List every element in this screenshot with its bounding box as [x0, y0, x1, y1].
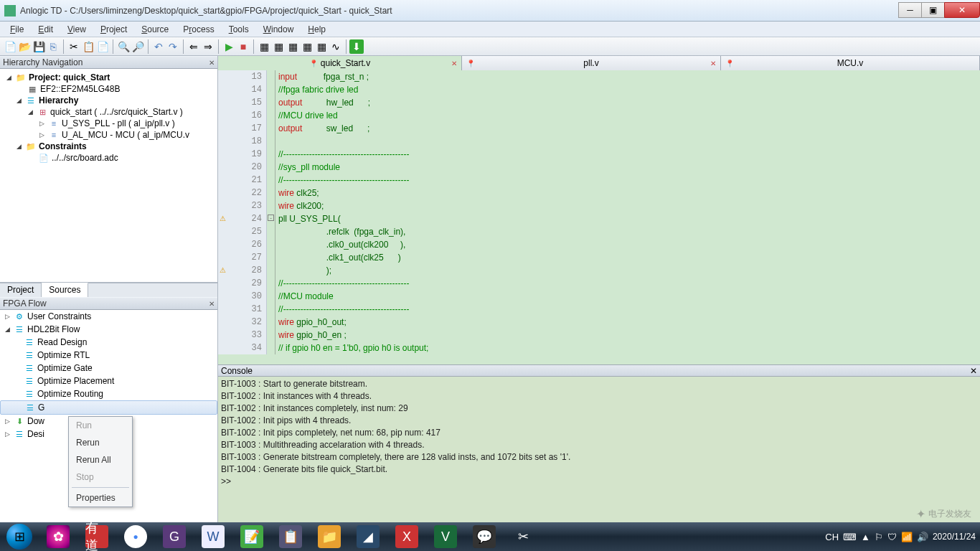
task-item[interactable]: 💬: [465, 522, 504, 551]
window-title: Anlogic TD - C:/Users/liminzeng/Desktop/…: [20, 6, 899, 16]
chip4-icon[interactable]: ▦: [300, 39, 314, 54]
ime-indicator[interactable]: CH: [825, 532, 839, 542]
task-item[interactable]: 📁: [310, 522, 349, 551]
tree-hierarchy[interactable]: ◢☰ Hierarchy: [3, 95, 215, 106]
tree-device[interactable]: ▦EF2::EF2M45LG48B: [3, 83, 215, 95]
close-icon[interactable]: ✕: [209, 300, 215, 308]
task-item[interactable]: ●: [116, 522, 155, 551]
window-controls: ─ ▣ ✕: [899, 2, 980, 19]
taskbar: ⊞ ✿ 有道 ● G W 📝 📋 📁 ◢ X V 💬 ✂ CH ⌨ ▲ ⚐ 🛡 …: [0, 522, 980, 551]
ctx-properties[interactable]: Properties: [69, 489, 132, 507]
back-icon[interactable]: ⇐: [187, 39, 201, 54]
shield-icon[interactable]: 🛡: [887, 532, 897, 542]
task-item[interactable]: G: [155, 522, 194, 551]
task-item[interactable]: V: [426, 522, 465, 551]
task-item[interactable]: 📋: [271, 522, 310, 551]
menu-process[interactable]: Process: [176, 23, 221, 36]
maximize-button[interactable]: ▣: [921, 2, 945, 18]
tab-mcu[interactable]: 📍 MCU.v: [721, 56, 980, 70]
task-item[interactable]: X: [387, 522, 426, 551]
network-icon[interactable]: 📶: [901, 532, 913, 542]
chip2-icon[interactable]: ▦: [271, 39, 286, 54]
flow-user-constraints[interactable]: ▷⚙User Constraints: [0, 310, 217, 323]
menu-window[interactable]: Window: [256, 23, 301, 36]
task-item[interactable]: 📝: [232, 522, 271, 551]
tree-constraints[interactable]: ◢📁 Constraints: [3, 141, 215, 152]
tab-pll[interactable]: 📍 pll.v ✕: [462, 56, 721, 70]
tray-clock[interactable]: 2020/11/24: [933, 532, 976, 542]
task-item[interactable]: ◢: [349, 522, 387, 551]
ctx-stop[interactable]: Stop: [69, 468, 132, 486]
menu-help[interactable]: Help: [301, 23, 333, 36]
tree-inst-pll[interactable]: ▷≡ U_SYS_PLL - pll ( al_ip/pll.v ): [3, 118, 215, 129]
pin-icon: 📍: [466, 60, 475, 67]
menu-bar: File Edit View Project Source Process To…: [0, 22, 980, 37]
tree-project[interactable]: ◢📁 Project: quick_Start: [3, 72, 215, 83]
close-icon[interactable]: ✕: [710, 60, 716, 67]
find-icon[interactable]: 🔍: [116, 39, 131, 54]
wave-icon[interactable]: ∿: [329, 39, 343, 54]
ctx-run[interactable]: Run: [69, 417, 132, 434]
menu-source[interactable]: Source: [134, 23, 176, 36]
redo-icon[interactable]: ↷: [166, 39, 180, 54]
minimize-button[interactable]: ─: [898, 2, 922, 18]
task-item[interactable]: ✿: [39, 522, 77, 551]
hierarchy-tree[interactable]: ◢📁 Project: quick_Start ▦EF2::EF2M45LG48…: [0, 69, 217, 283]
save-all-icon[interactable]: ⎘: [46, 39, 60, 54]
replace-icon[interactable]: 🔎: [131, 39, 145, 54]
tree-top-module[interactable]: ◢⊞ quick_start ( ../../src/quick_Start.v…: [3, 106, 215, 118]
menu-tools[interactable]: Tools: [222, 23, 256, 36]
flow-opt-rtl[interactable]: ☰Optimize RTL: [0, 349, 217, 362]
tab-sources[interactable]: Sources: [42, 283, 88, 297]
tab-project[interactable]: Project: [0, 283, 42, 297]
keyboard-icon[interactable]: ⌨: [843, 532, 857, 542]
console-output[interactable]: BIT-1003 : Start to generate bitstream.B…: [218, 377, 980, 522]
chevron-up-icon[interactable]: ▲: [861, 532, 870, 542]
hierarchy-panel-header: Hierarchy Navigation ✕: [0, 56, 217, 69]
context-menu: Run Rerun Rerun All Stop Properties: [68, 416, 133, 507]
flow-generate-bit[interactable]: ☰G: [0, 400, 217, 415]
flow-title: FPGA Flow: [3, 298, 47, 309]
chip5-icon[interactable]: ▦: [314, 39, 329, 54]
save-icon[interactable]: 💾: [32, 39, 46, 54]
menu-project[interactable]: Project: [93, 23, 134, 36]
flow-read-design[interactable]: ☰Read Design: [0, 336, 217, 349]
menu-file[interactable]: File: [3, 23, 31, 36]
code-editor[interactable]: 13input fpga_rst_n ;14//fpga fabric driv…: [218, 70, 980, 364]
new-icon[interactable]: 📄: [3, 39, 17, 54]
flow-hdl2bit[interactable]: ◢☰HDL2Bit Flow: [0, 323, 217, 336]
task-item[interactable]: ✂: [504, 522, 542, 551]
ctx-rerun-all[interactable]: Rerun All: [69, 451, 132, 468]
flow-opt-gate[interactable]: ☰Optimize Gate: [0, 362, 217, 375]
close-button[interactable]: ✕: [944, 2, 980, 18]
undo-icon[interactable]: ↶: [151, 39, 166, 54]
system-tray[interactable]: CH ⌨ ▲ ⚐ 🛡 📶 🔊 2020/11/24: [821, 532, 980, 542]
menu-view[interactable]: View: [60, 23, 93, 36]
task-item[interactable]: 有道: [77, 522, 116, 551]
toolbar: 📄 📂 💾 ⎘ ✂ 📋 📄 🔍 🔎 ↶ ↷ ⇐ ⇒ ▶ ■ ▦ ▦ ▦ ▦ ▦ …: [0, 37, 980, 56]
copy-icon[interactable]: 📋: [81, 39, 95, 54]
paste-icon[interactable]: 📄: [95, 39, 110, 54]
chip3-icon[interactable]: ▦: [286, 39, 300, 54]
start-button[interactable]: ⊞: [0, 522, 39, 551]
stop-icon[interactable]: ■: [236, 39, 250, 54]
close-icon[interactable]: ✕: [209, 59, 215, 67]
tab-quick-start[interactable]: 📍 quick_Start.v ✕: [218, 56, 462, 70]
ctx-rerun[interactable]: Rerun: [69, 434, 132, 451]
task-item[interactable]: W: [194, 522, 232, 551]
flow-opt-placement[interactable]: ☰Optimize Placement: [0, 375, 217, 387]
cut-icon[interactable]: ✂: [67, 39, 81, 54]
volume-icon[interactable]: 🔊: [917, 532, 928, 542]
chip1-icon[interactable]: ▦: [257, 39, 271, 54]
open-icon[interactable]: 📂: [17, 39, 32, 54]
tree-inst-mcu[interactable]: ▷≡ U_AL_MCU - MCU ( al_ip/MCU.v: [3, 129, 215, 141]
flow-opt-routing[interactable]: ☰Optimize Routing: [0, 387, 217, 400]
forward-icon[interactable]: ⇒: [201, 39, 215, 54]
tree-adc-file[interactable]: 📄../../src/board.adc: [3, 152, 215, 164]
run-icon[interactable]: ▶: [222, 39, 236, 54]
flag-icon[interactable]: ⚐: [875, 532, 883, 542]
download-icon[interactable]: ⬇: [349, 39, 364, 54]
close-icon[interactable]: ✕: [970, 366, 977, 376]
close-icon[interactable]: ✕: [451, 60, 457, 67]
menu-edit[interactable]: Edit: [31, 23, 60, 36]
